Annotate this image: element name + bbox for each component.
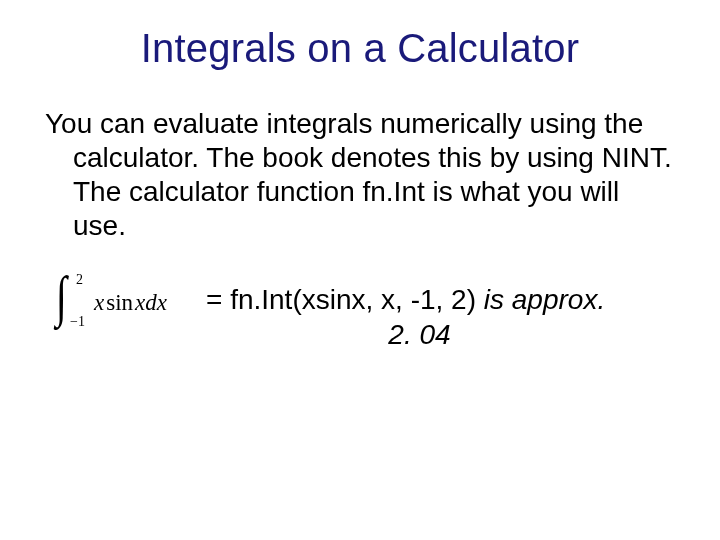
example-text: = fn.Int(xsinx, x, -1, 2) is approx. 2. … (206, 280, 673, 354)
integral-expression: ∫ 2 −1 xsinxdx (52, 280, 206, 332)
calc-expression: = fn.Int(xsinx, x, -1, 2) (206, 284, 476, 315)
body-text: You can evaluate integrals numerically u… (0, 71, 720, 244)
slide-title: Integrals on a Calculator (0, 0, 720, 71)
integrand-dx: dx (145, 290, 167, 315)
body-paragraph: You can evaluate integrals numerically u… (45, 107, 673, 244)
result-value: 2. 04 (206, 317, 673, 353)
approx-label: is approx. (476, 284, 605, 315)
integral-symbol-icon: ∫ (56, 268, 67, 324)
integrand: xsinxdx (94, 290, 167, 316)
integrand-x1: x (94, 290, 104, 315)
example-row: ∫ 2 −1 xsinxdx = fn.Int(xsinx, x, -1, 2)… (0, 244, 720, 354)
slide: Integrals on a Calculator You can evalua… (0, 0, 720, 540)
integral-upper-limit: 2 (76, 272, 83, 288)
integral-lower-limit: −1 (70, 314, 85, 330)
integrand-x2: x (135, 290, 145, 315)
integrand-sin: sin (104, 290, 135, 315)
